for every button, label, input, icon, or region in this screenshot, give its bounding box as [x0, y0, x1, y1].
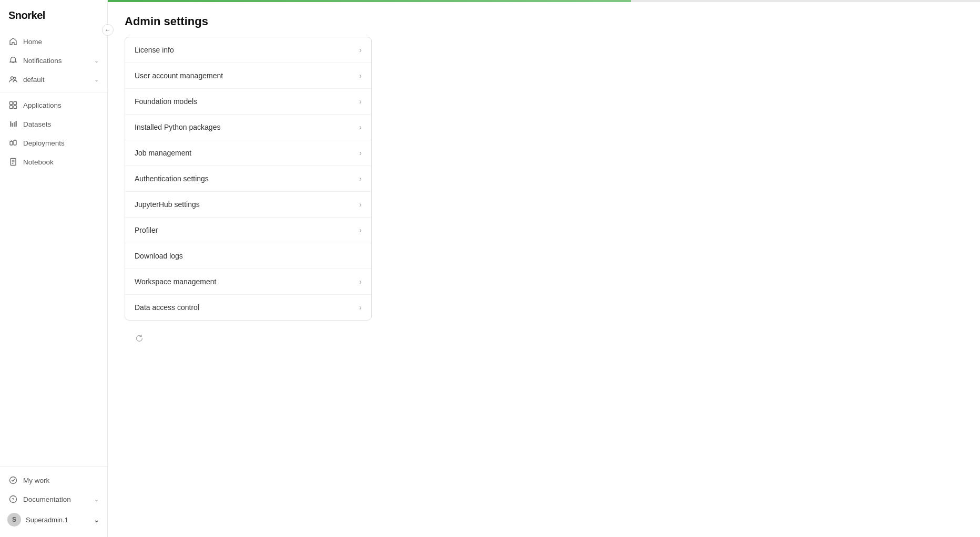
workspace-management-label: Workspace management	[135, 277, 359, 286]
svg-rect-7	[12, 123, 14, 127]
sidebar-item-datasets[interactable]: Datasets	[0, 115, 107, 133]
user-account-management-label: User account management	[135, 71, 359, 80]
svg-rect-6	[10, 121, 12, 127]
page-title: Admin settings	[125, 15, 963, 28]
job-management-label: Job management	[135, 149, 359, 157]
top-bar	[108, 0, 980, 2]
sidebar-item-notifications[interactable]: Notifications ⌄	[0, 51, 107, 70]
svg-rect-8	[14, 122, 15, 127]
nav-divider-1	[0, 92, 107, 92]
sidebar-item-deployments-label: Deployments	[23, 139, 99, 147]
profiler-label: Profiler	[135, 226, 359, 234]
deployments-icon	[8, 138, 18, 148]
settings-item-workspace-management[interactable]: Workspace management ›	[125, 269, 371, 295]
installed-python-packages-chevron-icon: ›	[359, 123, 362, 131]
authentication-settings-chevron-icon: ›	[359, 174, 362, 183]
settings-item-installed-python-packages[interactable]: Installed Python packages ›	[125, 115, 371, 140]
docs-icon: ?	[8, 494, 18, 504]
settings-item-foundation-models[interactable]: Foundation models ›	[125, 89, 371, 115]
settings-item-download-logs[interactable]: Download logs	[125, 243, 371, 269]
user-account-management-chevron-icon: ›	[359, 71, 362, 80]
settings-item-jupyterhub-settings[interactable]: JupyterHub settings ›	[125, 192, 371, 218]
sidebar-item-applications[interactable]: Applications	[0, 96, 107, 115]
svg-rect-10	[10, 141, 13, 145]
app-logo: Snorkel	[0, 0, 107, 30]
refresh-icon	[134, 333, 145, 344]
mywork-icon	[8, 476, 18, 485]
avatar: S	[7, 513, 21, 526]
settings-card: License info › User account management ›…	[125, 37, 372, 321]
installed-python-packages-label: Installed Python packages	[135, 123, 359, 131]
sidebar-item-documentation[interactable]: ? Documentation ⌄	[0, 490, 107, 509]
sidebar-item-home-label: Home	[23, 38, 99, 46]
default-chevron-icon: ⌄	[94, 76, 99, 83]
svg-point-0	[11, 77, 14, 79]
collapse-icon: ←	[105, 26, 111, 34]
download-logs-label: Download logs	[135, 252, 362, 260]
svg-rect-3	[14, 102, 17, 105]
settings-item-license-info[interactable]: License info ›	[125, 37, 371, 63]
sidebar-item-notebook-label: Notebook	[23, 158, 99, 166]
data-access-control-label: Data access control	[135, 303, 359, 312]
sidebar-item-notebook[interactable]: Notebook	[0, 152, 107, 171]
settings-item-user-account-management[interactable]: User account management ›	[125, 63, 371, 89]
svg-rect-9	[16, 121, 17, 127]
sidebar-item-home[interactable]: Home	[0, 32, 107, 51]
sidebar-item-default[interactable]: default ⌄	[0, 70, 107, 89]
workspace-management-chevron-icon: ›	[359, 277, 362, 286]
content-area: License info › User account management ›…	[108, 37, 980, 537]
notebook-icon	[8, 157, 18, 167]
foundation-models-chevron-icon: ›	[359, 97, 362, 106]
job-management-chevron-icon: ›	[359, 149, 362, 157]
svg-point-18	[10, 477, 17, 484]
sidebar-nav: Home Notifications ⌄	[0, 30, 107, 466]
sidebar-item-my-work-label: My work	[23, 477, 99, 484]
svg-rect-5	[14, 106, 17, 109]
datasets-icon	[8, 119, 18, 129]
svg-rect-4	[10, 106, 13, 109]
main-content: Admin settings License info › User accou…	[108, 0, 980, 537]
svg-rect-2	[10, 102, 13, 105]
home-icon	[8, 37, 18, 46]
sidebar-item-default-label: default	[23, 76, 89, 84]
user-group-icon	[8, 75, 18, 84]
data-access-control-chevron-icon: ›	[359, 303, 362, 312]
page-header: Admin settings	[108, 2, 980, 37]
jupyterhub-settings-label: JupyterHub settings	[135, 200, 359, 209]
authentication-settings-label: Authentication settings	[135, 174, 359, 183]
svg-text:?: ?	[12, 497, 14, 502]
sidebar: Snorkel Home Notifications ⌄	[0, 0, 108, 537]
sidebar-collapse-button[interactable]: ←	[102, 24, 114, 36]
settings-item-job-management[interactable]: Job management ›	[125, 140, 371, 166]
settings-item-profiler[interactable]: Profiler ›	[125, 218, 371, 243]
sidebar-item-documentation-label: Documentation	[23, 495, 89, 503]
documentation-chevron-icon: ⌄	[94, 496, 99, 503]
user-chevron-icon: ⌄	[94, 515, 100, 524]
svg-point-1	[14, 77, 16, 79]
jupyterhub-settings-chevron-icon: ›	[359, 200, 362, 209]
sidebar-item-notifications-label: Notifications	[23, 57, 89, 65]
sidebar-bottom: My work ? Documentation ⌄ S Superadmin.1…	[0, 466, 107, 537]
settings-item-data-access-control[interactable]: Data access control ›	[125, 295, 371, 320]
user-menu[interactable]: S Superadmin.1 ⌄	[0, 509, 107, 531]
bell-icon	[8, 56, 18, 65]
sidebar-item-datasets-label: Datasets	[23, 120, 99, 128]
user-name: Superadmin.1	[26, 516, 89, 524]
applications-icon	[8, 100, 18, 110]
sidebar-item-deployments[interactable]: Deployments	[0, 133, 107, 152]
notifications-chevron-icon: ⌄	[94, 57, 99, 64]
foundation-models-label: Foundation models	[135, 97, 359, 106]
svg-rect-11	[14, 140, 16, 145]
sidebar-item-my-work[interactable]: My work	[0, 471, 107, 490]
progress-bar	[108, 0, 631, 2]
license-info-chevron-icon: ›	[359, 46, 362, 54]
profiler-chevron-icon: ›	[359, 226, 362, 234]
sidebar-item-applications-label: Applications	[23, 101, 99, 109]
license-info-label: License info	[135, 46, 359, 54]
settings-item-authentication-settings[interactable]: Authentication settings ›	[125, 166, 371, 192]
